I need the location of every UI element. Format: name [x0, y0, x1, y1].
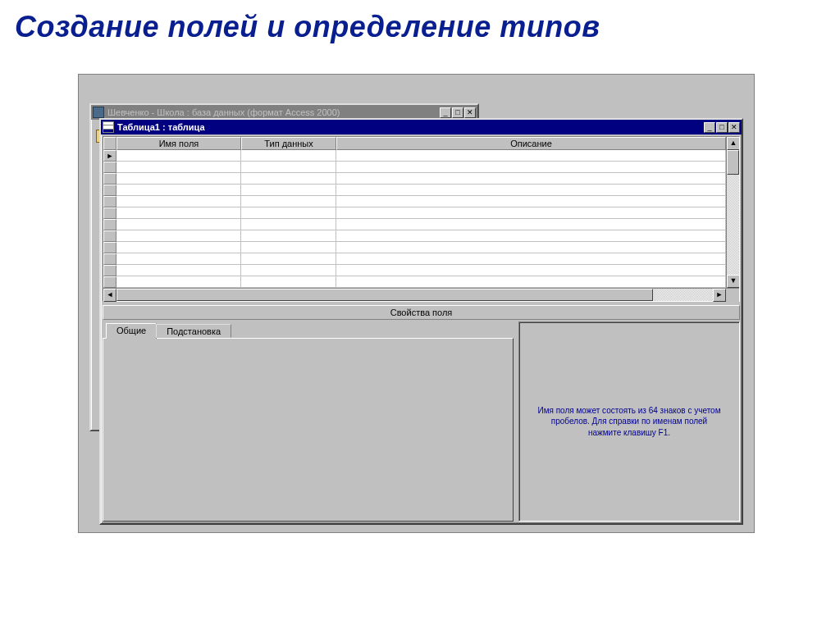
table-row[interactable] — [103, 253, 726, 265]
cell-field-name[interactable] — [116, 150, 241, 162]
scroll-sizegrip — [726, 289, 739, 302]
grid-header-row: Имя поля Тип данных Описание — [103, 137, 726, 150]
row-selector[interactable]: ► — [103, 150, 116, 162]
row-selector[interactable] — [103, 207, 116, 219]
cell-description[interactable] — [336, 265, 726, 276]
table-row[interactable] — [103, 173, 726, 185]
table-design-window: Таблица1 : таблица _ □ ✕ Имя поля Тип да… — [99, 118, 743, 525]
cell-description[interactable] — [336, 253, 726, 265]
scroll-down-button[interactable]: ▼ — [727, 275, 739, 288]
table-row[interactable] — [103, 207, 726, 219]
cell-field-name[interactable] — [116, 219, 241, 230]
tab-general[interactable]: Общие — [106, 323, 157, 339]
cell-data-type[interactable] — [241, 207, 336, 219]
table-window-title-text: Таблица1 : таблица — [117, 122, 704, 132]
properties-tabs-panel: Общие Подстановка — [103, 321, 514, 522]
table-row[interactable] — [103, 219, 726, 230]
column-header-data-type[interactable]: Тип данных — [241, 137, 336, 150]
cell-data-type[interactable] — [241, 219, 336, 230]
tabstrip: Общие Подстановка — [103, 321, 514, 338]
cell-field-name[interactable] — [116, 242, 241, 253]
cell-field-name[interactable] — [116, 265, 241, 276]
scroll-left-button[interactable]: ◄ — [103, 289, 116, 302]
tab-lookup[interactable]: Подстановка — [156, 324, 231, 338]
cell-field-name[interactable] — [116, 207, 241, 219]
cell-field-name[interactable] — [116, 253, 241, 265]
db-minimize-button[interactable]: _ — [440, 107, 451, 118]
field-grid: Имя поля Тип данных Описание ► ▲ ▼ ◄ — [103, 136, 740, 302]
properties-caption: Свойства поля — [103, 305, 740, 320]
scroll-track-h[interactable] — [116, 289, 713, 301]
scroll-thumb-v[interactable] — [727, 150, 739, 175]
table-row[interactable] — [103, 230, 726, 242]
row-selector[interactable] — [103, 219, 116, 230]
cell-data-type[interactable] — [241, 196, 336, 207]
db-window-icon — [93, 107, 104, 118]
row-selector[interactable] — [103, 162, 116, 173]
db-close-button[interactable]: ✕ — [464, 107, 476, 118]
cell-description[interactable] — [336, 196, 726, 207]
table-minimize-button[interactable]: _ — [704, 122, 715, 133]
workspace: Шевченко - Школа : база данных (формат A… — [78, 74, 755, 533]
cell-description[interactable] — [336, 219, 726, 230]
cell-data-type[interactable] — [241, 173, 336, 185]
page-title: Создание полей и определение типов — [15, 10, 600, 44]
scroll-right-button[interactable]: ► — [713, 289, 726, 302]
tab-general-body — [103, 338, 514, 522]
table-row[interactable] — [103, 162, 726, 173]
column-header-description[interactable]: Описание — [336, 137, 726, 150]
row-selector[interactable] — [103, 265, 116, 276]
grid-horizontal-scrollbar[interactable]: ◄ ► — [103, 288, 739, 301]
table-window-titlebar[interactable]: Таблица1 : таблица _ □ ✕ — [101, 120, 742, 134]
properties-area: Общие Подстановка Имя поля может состоят… — [103, 321, 740, 522]
cell-data-type[interactable] — [241, 150, 336, 162]
cell-data-type[interactable] — [241, 242, 336, 253]
row-selector[interactable] — [103, 173, 116, 185]
cell-description[interactable] — [336, 276, 726, 288]
grid-vertical-scrollbar[interactable]: ▲ ▼ — [726, 137, 739, 288]
cell-description[interactable] — [336, 185, 726, 196]
scroll-track-v[interactable] — [727, 150, 739, 275]
row-selector[interactable] — [103, 242, 116, 253]
cell-field-name[interactable] — [116, 173, 241, 185]
table-row[interactable] — [103, 265, 726, 276]
db-maximize-button[interactable]: □ — [452, 107, 463, 118]
row-selector[interactable] — [103, 230, 116, 242]
cell-data-type[interactable] — [241, 185, 336, 196]
db-window-title-text: Шевченко - Школа : база данных (формат A… — [107, 107, 440, 117]
table-icon — [103, 121, 114, 133]
row-selector[interactable] — [103, 185, 116, 196]
cell-field-name[interactable] — [116, 185, 241, 196]
table-close-button[interactable]: ✕ — [728, 122, 740, 133]
cell-field-name[interactable] — [116, 162, 241, 173]
cell-description[interactable] — [336, 150, 726, 162]
table-row[interactable] — [103, 196, 726, 207]
row-selector[interactable] — [103, 253, 116, 265]
column-header-field-name[interactable]: Имя поля — [116, 137, 241, 150]
scroll-up-button[interactable]: ▲ — [727, 137, 739, 150]
table-row[interactable] — [103, 276, 726, 288]
help-text-panel: Имя поля может состоять из 64 знаков с у… — [518, 321, 740, 522]
cell-data-type[interactable] — [241, 276, 336, 288]
cell-field-name[interactable] — [116, 230, 241, 242]
cell-description[interactable] — [336, 173, 726, 185]
row-selector[interactable] — [103, 276, 116, 288]
cell-description[interactable] — [336, 207, 726, 219]
table-maximize-button[interactable]: □ — [716, 122, 728, 133]
cell-description[interactable] — [336, 242, 726, 253]
row-selector[interactable] — [103, 196, 116, 207]
cell-description[interactable] — [336, 162, 726, 173]
cell-field-name[interactable] — [116, 196, 241, 207]
scroll-thumb-h[interactable] — [116, 289, 653, 301]
table-row[interactable]: ► — [103, 150, 726, 162]
cell-data-type[interactable] — [241, 230, 336, 242]
row-selector-header[interactable] — [103, 137, 116, 150]
table-row[interactable] — [103, 185, 726, 196]
cell-data-type[interactable] — [241, 253, 336, 265]
table-row[interactable] — [103, 242, 726, 253]
cell-data-type[interactable] — [241, 265, 336, 276]
cell-field-name[interactable] — [116, 276, 241, 288]
cell-description[interactable] — [336, 230, 726, 242]
cell-data-type[interactable] — [241, 162, 336, 173]
